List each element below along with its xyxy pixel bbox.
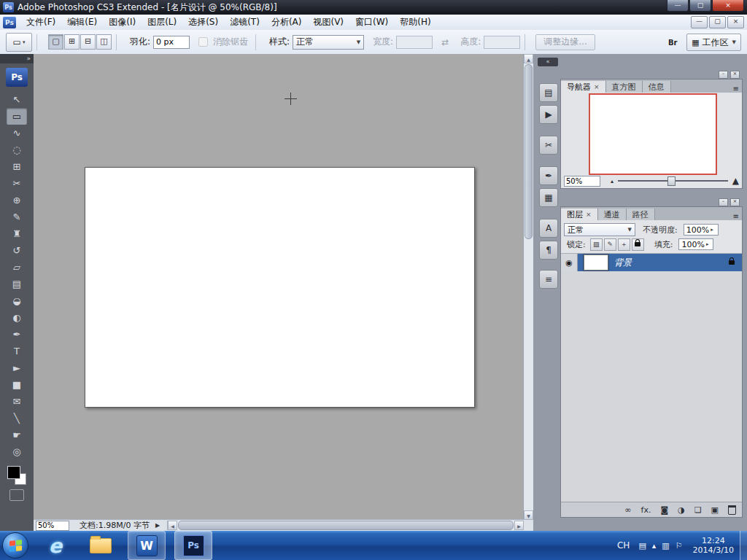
layer-mask-icon[interactable]: ◙ — [660, 505, 668, 515]
layer-row-background[interactable]: ◉ 背景 — [561, 254, 742, 271]
paragraph-panel-icon[interactable]: ¶ — [539, 241, 558, 260]
document-canvas[interactable] — [85, 167, 475, 408]
doc-minimize-button[interactable]: — — [691, 16, 708, 28]
vertical-scrollbar[interactable]: ▲ ▼ — [523, 54, 533, 520]
crop-tool[interactable]: ⊞ — [7, 158, 27, 175]
eraser-tool[interactable]: ▱ — [7, 259, 27, 276]
taskbar-item-explorer[interactable] — [82, 532, 119, 559]
menu-item-window[interactable]: 窗口(W) — [349, 15, 394, 30]
tab-paths[interactable]: 路径 — [627, 209, 655, 220]
scroll-left-icon[interactable]: ◀ — [168, 521, 177, 530]
action-center-flag-icon[interactable]: ⚐ — [676, 541, 683, 551]
quick-mask-button[interactable] — [9, 489, 24, 501]
lock-all-icon[interactable] — [632, 238, 644, 251]
actions-panel-icon[interactable]: ▶ — [539, 105, 558, 124]
visibility-toggle[interactable]: ◉ — [561, 254, 578, 271]
layer-comps-panel-icon[interactable]: ▤ — [539, 83, 558, 102]
navigator-zoom-slider[interactable] — [618, 180, 728, 182]
network-icon[interactable]: ▥ — [662, 541, 669, 551]
move-tool[interactable]: ↖ — [7, 91, 27, 108]
brushes-panel-icon[interactable]: ✒ — [539, 166, 558, 185]
scroll-up-icon[interactable]: ▲ — [524, 54, 533, 63]
language-indicator[interactable]: CH — [617, 540, 630, 551]
panel-minimize-icon[interactable]: – — [719, 198, 728, 206]
lock-position-icon[interactable]: ＋ — [618, 238, 630, 251]
panel-menu-icon[interactable]: ≡ — [733, 212, 739, 220]
blur-tool[interactable]: ◒ — [7, 292, 27, 309]
subtract-from-selection-button[interactable]: ⊟ — [80, 34, 96, 50]
clone-source-panel-icon[interactable]: ▦ — [539, 188, 558, 207]
minimize-button[interactable]: — — [667, 0, 689, 12]
tab-histogram[interactable]: 直方图 — [606, 81, 643, 93]
rectangle-tool[interactable]: ■ — [7, 376, 27, 393]
dodge-tool[interactable]: ◐ — [7, 309, 27, 326]
foreground-color-swatch[interactable] — [7, 466, 20, 479]
lasso-tool[interactable]: ∿ — [7, 125, 27, 141]
menu-item-filter[interactable]: 滤镜(T) — [224, 15, 266, 30]
start-button[interactable] — [2, 532, 28, 559]
hand-tool[interactable]: ☛ — [7, 427, 27, 443]
quick-selection-tool[interactable]: ◌ — [7, 141, 27, 158]
scroll-right-icon[interactable]: ▶ — [514, 521, 524, 530]
menu-item-layer[interactable]: 图层(L) — [142, 15, 182, 30]
doc-restore-button[interactable]: ▢ — [709, 16, 726, 28]
new-group-icon[interactable]: ❏ — [694, 505, 702, 515]
expand-dock-chevrons[interactable]: « — [538, 58, 558, 66]
tool-preset-picker[interactable]: ▭ ▾ — [6, 33, 32, 52]
hidden-icons-chevron[interactable]: ▴ — [652, 541, 657, 551]
new-layer-icon[interactable]: ▣ — [711, 505, 719, 515]
zoom-in-icon[interactable]: ▲ — [732, 176, 739, 186]
adjustment-layer-icon[interactable]: ◑ — [678, 505, 685, 515]
zoom-slider-thumb[interactable] — [667, 176, 676, 186]
doc-close-button[interactable]: × — [727, 16, 744, 28]
taskbar-item-word[interactable]: W — [128, 531, 166, 560]
workspace-button[interactable]: ▦ 工作区 ▼ — [686, 34, 741, 51]
close-button[interactable]: × — [712, 0, 744, 12]
rectangular-marquee-tool[interactable]: ▭ — [7, 108, 27, 125]
spot-healing-brush-tool[interactable]: ⊕ — [7, 192, 27, 209]
lock-transparent-pixels-icon[interactable]: ▨ — [590, 238, 603, 251]
tab-layers[interactable]: 图层 × — [561, 209, 598, 220]
clone-stamp-tool[interactable]: ♜ — [7, 225, 27, 242]
intersect-selection-button[interactable]: ◫ — [96, 34, 112, 50]
menu-item-view[interactable]: 视图(V) — [307, 15, 349, 30]
menu-item-analysis[interactable]: 分析(A) — [266, 15, 308, 30]
zoom-out-icon[interactable]: ▴ — [611, 178, 614, 184]
vertical-scroll-thumb[interactable] — [525, 64, 533, 239]
fill-value[interactable]: 100% ▸ — [678, 238, 713, 250]
new-selection-button[interactable]: ▢ — [48, 34, 63, 50]
path-selection-tool[interactable]: ► — [7, 359, 27, 376]
slice-tool[interactable]: ✂ — [7, 175, 27, 192]
opacity-value[interactable]: 100% ▸ — [684, 224, 719, 236]
character-panel-icon[interactable]: A — [539, 219, 558, 238]
status-zoom-input[interactable] — [36, 521, 69, 531]
feather-input[interactable] — [153, 36, 190, 49]
add-to-selection-button[interactable]: ⊞ — [64, 34, 80, 50]
taskbar-clock[interactable]: 12:24 2014/3/10 — [693, 536, 734, 555]
menu-item-image[interactable]: 图像(I) — [103, 15, 142, 30]
panel-close-icon[interactable]: × — [730, 198, 740, 206]
blend-mode-select[interactable]: 正常 ▼ — [564, 223, 635, 236]
info-panel-icon[interactable]: ≡ — [539, 270, 558, 289]
panel-close-icon[interactable]: × — [730, 71, 740, 79]
spinner-icon[interactable]: ▸ — [706, 241, 709, 247]
horizontal-scrollbar[interactable]: ◀ ▶ — [167, 521, 524, 530]
toolbox-collapse-chevrons[interactable]: » — [0, 54, 34, 63]
tab-close-icon[interactable]: × — [586, 211, 592, 218]
brush-tool[interactable]: ✎ — [7, 209, 27, 225]
taskbar-item-photoshop[interactable]: Ps — [174, 531, 212, 560]
tab-navigator[interactable]: 导航器 × — [561, 81, 606, 93]
pen-tool[interactable]: ✒ — [7, 326, 27, 343]
layer-styles-icon[interactable]: fx. — [641, 505, 651, 515]
gradient-tool[interactable]: ▤ — [7, 276, 27, 292]
bridge-icon[interactable]: Br — [663, 34, 682, 51]
restore-button[interactable]: ▢ — [689, 0, 711, 12]
taskbar-item-internet-explorer[interactable]: e — [37, 532, 74, 559]
zoom-tool[interactable]: ◎ — [7, 443, 27, 460]
layer-thumbnail[interactable] — [584, 254, 608, 271]
menu-item-edit[interactable]: 编辑(E) — [61, 15, 103, 30]
status-expand-icon[interactable]: ▶ — [155, 522, 160, 529]
panel-minimize-icon[interactable]: – — [719, 71, 728, 79]
tool-presets-panel-icon[interactable]: ✂ — [539, 136, 558, 155]
show-desktop-button[interactable] — [740, 531, 747, 560]
